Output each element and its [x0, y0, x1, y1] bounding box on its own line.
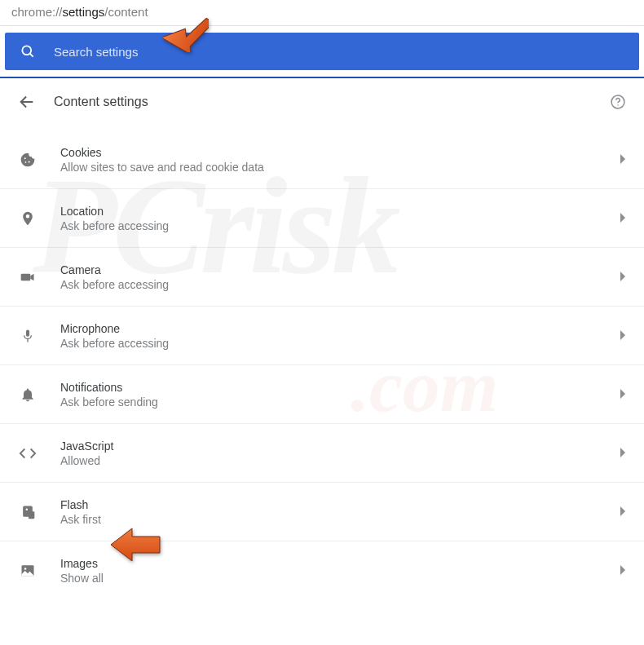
- chevron-right-icon: [620, 329, 626, 343]
- flash-icon: [18, 504, 37, 520]
- svg-point-12: [24, 568, 27, 570]
- search-icon: [20, 43, 36, 60]
- content-settings-list: Cookies Allow sites to save and read coo…: [0, 130, 644, 600]
- setting-row-flash[interactable]: Flash Ask first: [0, 483, 644, 541]
- svg-point-6: [29, 161, 30, 162]
- setting-label: JavaScript: [60, 440, 620, 453]
- chevron-right-icon: [620, 563, 626, 578]
- setting-sublabel: Ask before accessing: [60, 278, 620, 291]
- svg-point-4: [617, 104, 618, 105]
- chevron-right-icon: [620, 446, 626, 461]
- url-host: settings: [63, 5, 105, 19]
- search-bar[interactable]: [5, 33, 639, 70]
- setting-row-cookies[interactable]: Cookies Allow sites to save and read coo…: [0, 130, 644, 189]
- setting-label: Images: [60, 557, 620, 570]
- back-button[interactable]: [18, 93, 36, 111]
- setting-sublabel: Ask first: [60, 513, 620, 526]
- setting-row-images[interactable]: Images Show all: [0, 541, 644, 600]
- search-bar-container: [0, 26, 644, 78]
- svg-point-0: [22, 46, 31, 55]
- javascript-icon: [18, 445, 37, 462]
- url-prefix: chrome://: [11, 5, 63, 19]
- setting-label: Notifications: [60, 381, 620, 394]
- setting-row-javascript[interactable]: JavaScript Allowed: [0, 424, 644, 483]
- images-icon: [18, 563, 37, 579]
- setting-sublabel: Allowed: [60, 454, 620, 467]
- setting-row-notifications[interactable]: Notifications Ask before sending: [0, 365, 644, 424]
- address-bar[interactable]: chrome://settings/content: [0, 0, 644, 26]
- svg-point-5: [24, 157, 26, 159]
- chevron-right-icon: [620, 270, 626, 285]
- setting-row-microphone[interactable]: Microphone Ask before accessing: [0, 307, 644, 365]
- location-icon: [18, 210, 37, 227]
- help-button[interactable]: [610, 94, 626, 110]
- page-header: Content settings: [0, 78, 644, 130]
- url-path: /content: [104, 5, 148, 19]
- svg-line-1: [30, 54, 33, 57]
- svg-rect-8: [21, 273, 31, 280]
- page-title: Content settings: [54, 95, 610, 109]
- microphone-icon: [18, 328, 37, 344]
- setting-row-location[interactable]: Location Ask before accessing: [0, 189, 644, 248]
- setting-sublabel: Show all: [60, 572, 620, 585]
- chevron-right-icon: [620, 211, 626, 226]
- svg-rect-10: [27, 339, 28, 342]
- setting-sublabel: Ask before sending: [60, 395, 620, 409]
- setting-label: Flash: [60, 498, 620, 511]
- chevron-right-icon: [620, 505, 626, 519]
- chevron-right-icon: [620, 387, 626, 402]
- chevron-right-icon: [620, 152, 626, 167]
- notifications-icon: [18, 387, 37, 403]
- setting-label: Cookies: [60, 146, 620, 159]
- setting-label: Microphone: [60, 322, 620, 335]
- setting-sublabel: Allow sites to save and read cookie data: [60, 161, 620, 174]
- svg-rect-9: [26, 329, 29, 336]
- camera-icon: [18, 269, 37, 285]
- setting-sublabel: Ask before accessing: [60, 219, 620, 232]
- svg-point-7: [25, 161, 27, 163]
- setting-sublabel: Ask before accessing: [60, 337, 620, 350]
- setting-row-camera[interactable]: Camera Ask before accessing: [0, 248, 644, 307]
- setting-label: Camera: [60, 263, 620, 276]
- setting-label: Location: [60, 205, 620, 218]
- cookies-icon: [18, 152, 37, 168]
- search-input[interactable]: [54, 45, 624, 59]
